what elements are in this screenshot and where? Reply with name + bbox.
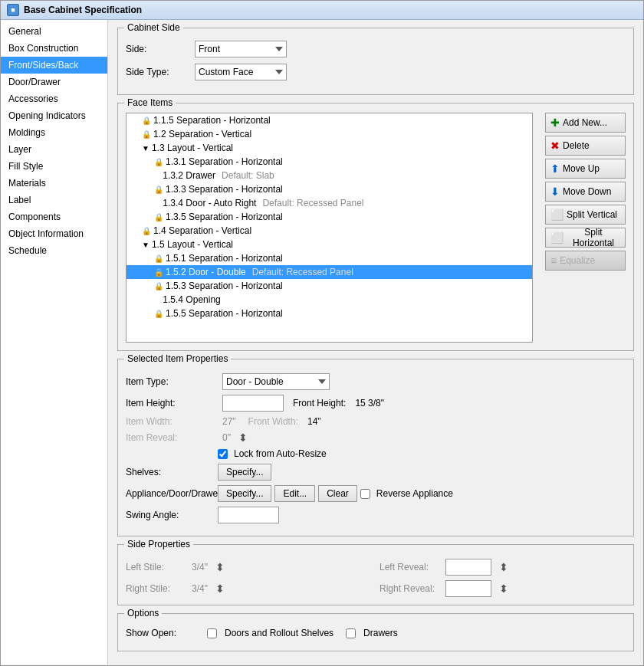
side-props-grid: Left Stile: 3/4" ⬍ Left Reveal: 1/16" ⬍ … (126, 559, 626, 597)
tree-item-7[interactable]: 1.3.4 Door - Auto Right Default: Recesse… (127, 196, 532, 210)
tree-item-5[interactable]: 1.3.2 Drawer Default: Slab (127, 169, 532, 182)
move-up-button[interactable]: ⬆ Move Up (545, 159, 626, 179)
sidebar-item-box-construction[interactable]: Box Construction (1, 40, 107, 57)
lock-checkbox-row: Lock from Auto-Resize (126, 448, 626, 459)
left-reveal-stepper[interactable]: ⬍ (499, 561, 508, 573)
tree-item-4[interactable]: 🔒 1.3.1 Separation - Horizontal (127, 155, 532, 169)
lock-icon-1: 🔒 (142, 116, 151, 125)
tree-item-1[interactable]: 🔒 1.1.5 Separation - Horizontal (127, 113, 532, 127)
sidebar-item-materials[interactable]: Materials (1, 175, 107, 192)
lock-icon-14 (154, 296, 160, 304)
equalize-icon: ≡ (550, 254, 557, 267)
appliance-clear-button[interactable]: Clear (318, 485, 357, 502)
delete-button[interactable]: ✖ Delete (545, 136, 626, 156)
add-icon: ✚ (550, 116, 560, 129)
equalize-button[interactable]: ≡ Equalize (545, 251, 626, 271)
sidebar-item-schedule[interactable]: Schedule (1, 242, 107, 259)
tree-item-12[interactable]: 🔒 1.5.2 Door - Double Default: Recessed … (127, 265, 532, 279)
right-stile-stepper[interactable]: ⬍ (215, 582, 225, 595)
left-reveal-input[interactable]: 1/16" (445, 559, 491, 576)
swing-label: Swing Angle: (126, 510, 218, 520)
split-h-icon: ⬜ (550, 231, 564, 244)
item-reveal-label: Item Reveal: (126, 432, 218, 443)
item-reveal-value: 0" (222, 432, 231, 443)
front-height-value: 15 3/8" (355, 398, 384, 408)
doors-rollout-checkbox[interactable] (207, 628, 217, 638)
item-width-row: Item Width: 27" Front Width: 14" (126, 416, 626, 427)
sidebar-item-object-information[interactable]: Object Information (1, 225, 107, 242)
tree-item-label-12: 1.5.2 Door - Double (166, 267, 246, 277)
sidebar-item-components[interactable]: Components (1, 208, 107, 225)
front-width-label: Front Width: (248, 416, 298, 427)
tree-item-3[interactable]: ▼ 1.3 Layout - Vertical (127, 141, 532, 155)
item-type-row: Item Type: Door - Double Door - Single D… (126, 373, 626, 390)
side-type-select[interactable]: Custom Face Standard (195, 64, 287, 80)
item-height-row: Item Height: 14" Front Height: 15 3/8" (126, 395, 626, 412)
lock-icon-13: 🔒 (154, 282, 163, 290)
sidebar-item-moldings[interactable]: Moldings (1, 124, 107, 141)
drawers-checkbox[interactable] (346, 628, 356, 638)
left-reveal-row: Left Reveal: 1/16" ⬍ (380, 559, 626, 576)
app-icon: ■ (7, 4, 19, 16)
tree-item-13[interactable]: 🔒 1.5.3 Separation - Horizontal (127, 279, 532, 293)
sidebar-item-general[interactable]: General (1, 23, 107, 40)
tree-item-8[interactable]: 🔒 1.3.5 Separation - Horizontal (127, 210, 532, 224)
sidebar-item-opening-indicators[interactable]: Opening Indicators (1, 107, 107, 124)
shelves-row: Shelves: Specify... (126, 464, 626, 481)
cabinet-side-title: Cabinet Side (124, 22, 183, 33)
appliance-edit-button[interactable]: Edit... (274, 485, 315, 502)
sidebar-item-layer[interactable]: Layer (1, 141, 107, 158)
left-stile-stepper[interactable]: ⬍ (215, 561, 225, 573)
item-type-select[interactable]: Door - Double Door - Single Drawer (222, 373, 330, 390)
sidebar-item-front-sides-back[interactable]: Front/Sides/Back (1, 57, 107, 74)
front-height-label: Front Height: (293, 398, 346, 408)
tree-item-label-3: 1.3 Layout - Vertical (152, 143, 233, 153)
shelves-specify-button[interactable]: Specify... (218, 464, 271, 481)
item-height-input[interactable]: 14" (222, 395, 284, 412)
reveal-stepper-icon[interactable]: ⬍ (238, 431, 248, 444)
tree-item-2[interactable]: 🔒 1.2 Separation - Vertical (127, 127, 532, 141)
options-title: Options (124, 608, 162, 618)
face-items-tree[interactable]: 🔒 1.1.5 Separation - Horizontal 🔒 1.2 Se… (126, 113, 533, 343)
tree-item-label-15: 1.5.5 Separation - Horizontal (166, 308, 283, 319)
chevron-icon-10: ▼ (142, 241, 150, 249)
face-items-title: Face Items (124, 97, 176, 108)
sidebar-item-door-drawer[interactable]: Door/Drawer (1, 74, 107, 90)
reverse-appliance-checkbox[interactable] (360, 489, 370, 499)
side-type-label: Side Type: (126, 67, 195, 77)
tree-item-6[interactable]: 🔒 1.3.3 Separation - Horizontal (127, 182, 532, 196)
doors-rollout-label: Doors and Rollout Shelves (225, 628, 334, 638)
move-down-button[interactable]: ⬇ Move Down (545, 182, 626, 202)
right-stile-row: Right Stile: 3/4" ⬍ (126, 580, 372, 597)
main-window: ■ Base Cabinet Specification General Box… (0, 0, 644, 666)
left-stile-value: 3/4" (192, 562, 208, 572)
tree-item-label-10: 1.5 Layout - Vertical (152, 239, 233, 250)
right-reveal-input[interactable]: 1/16" (445, 580, 491, 597)
sidebar-item-fill-style[interactable]: Fill Style (1, 158, 107, 175)
tree-item-label-9: 1.4 Separation - Vertical (153, 225, 251, 236)
swing-angle-input[interactable]: 180.0° (218, 507, 279, 523)
tree-item-15[interactable]: 🔒 1.5.5 Separation - Horizontal (127, 307, 532, 320)
lock-icon-7 (154, 199, 160, 208)
side-select[interactable]: Front Back Left Right (195, 41, 287, 57)
tree-item-11[interactable]: 🔒 1.5.1 Separation - Horizontal (127, 251, 532, 265)
split-vertical-button[interactable]: ⬜ Split Vertical (545, 205, 626, 225)
item-reveal-row: Item Reveal: 0" ⬍ (126, 431, 626, 444)
side-type-row: Side Type: Custom Face Standard (126, 64, 626, 80)
right-reveal-stepper[interactable]: ⬍ (499, 582, 508, 595)
split-horizontal-button[interactable]: ⬜ Split Horizontal (545, 228, 626, 248)
content-area: General Box Construction Front/Sides/Bac… (1, 20, 643, 664)
sidebar-item-label[interactable]: Label (1, 192, 107, 208)
add-new-button[interactable]: ✚ Add New... (545, 113, 626, 133)
appliance-specify-button[interactable]: Specify... (218, 485, 271, 502)
delete-icon: ✖ (550, 139, 560, 152)
sidebar-item-accessories[interactable]: Accessories (1, 90, 107, 107)
tree-item-10[interactable]: ▼ 1.5 Layout - Vertical (127, 238, 532, 251)
lock-icon-4: 🔒 (154, 158, 163, 166)
item-width-value: 27" (222, 416, 236, 427)
tree-item-label-5: 1.3.2 Drawer (163, 170, 215, 181)
main-content: Cabinet Side Side: Front Back Left Right… (108, 20, 643, 664)
lock-checkbox[interactable] (218, 449, 228, 459)
tree-item-14[interactable]: 1.5.4 Opening (127, 293, 532, 307)
tree-item-9[interactable]: 🔒 1.4 Separation - Vertical (127, 224, 532, 238)
